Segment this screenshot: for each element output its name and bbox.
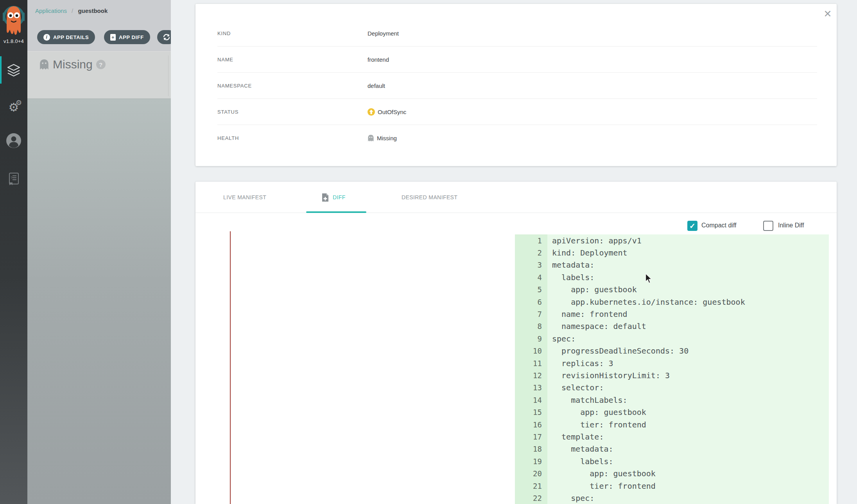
diff-line: 15 app: guestbook	[515, 406, 829, 418]
row-value: frontend	[368, 56, 389, 63]
gear-small-icon: ⚙	[16, 98, 22, 107]
row-label: NAMESPACE	[217, 83, 368, 89]
line-number: 17	[515, 433, 547, 441]
line-content: revisionHistoryLimit: 3	[547, 371, 670, 380]
line-content: app: guestbook	[547, 469, 656, 478]
sync-button[interactable]	[157, 30, 171, 44]
diff-line: 5 app: guestbook	[515, 284, 829, 296]
diff-line: 11 replicas: 3	[515, 357, 829, 369]
line-content: apiVersion: apps/v1	[547, 236, 642, 245]
help-icon[interactable]: ?	[96, 60, 106, 69]
line-content: metadata:	[547, 444, 613, 454]
line-number: 4	[515, 273, 547, 282]
background-page: Applications / guestbook i APP DETAILS +…	[27, 0, 171, 504]
resource-summary-card: ✕ KIND Deployment NAME frontend NAMESPAC…	[195, 4, 837, 166]
line-content: namespace: default	[547, 322, 646, 331]
diff-line: 8 namespace: default	[515, 320, 829, 332]
breadcrumb: Applications / guestbook	[35, 7, 108, 14]
breadcrumb-separator: /	[72, 7, 73, 14]
tab-bar: LIVE MANIFEST DIFF DESIRED MANIFEST	[195, 182, 837, 213]
line-number: 16	[515, 420, 547, 429]
file-diff-icon: +	[110, 34, 116, 41]
diff-line: 20 app: guestbook	[515, 467, 829, 479]
line-number: 18	[515, 445, 547, 453]
breadcrumb-applications[interactable]: Applications	[35, 7, 67, 14]
inline-diff-checkbox[interactable]	[763, 221, 773, 231]
layers-icon	[6, 63, 22, 78]
row-label: KIND	[217, 30, 368, 36]
summary-row-kind: KIND Deployment	[217, 20, 817, 46]
sync-status-text: OutOfSync	[378, 109, 406, 115]
line-number: 7	[515, 310, 547, 318]
row-label: NAME	[217, 57, 368, 63]
summary-table: KIND Deployment NAME frontend NAMESPACE …	[195, 20, 837, 151]
diff-line: 19 labels:	[515, 455, 829, 467]
diff-line: 9spec:	[515, 332, 829, 345]
app-details-button[interactable]: i APP DETAILS	[37, 30, 95, 44]
line-content: name: frontend	[547, 309, 628, 319]
line-number: 14	[515, 396, 547, 404]
line-number: 3	[515, 261, 547, 269]
out-of-sync-icon	[368, 108, 375, 116]
diff-line: 4 labels:	[515, 271, 829, 283]
summary-row-name: NAME frontend	[217, 46, 817, 73]
tab-live-manifest[interactable]: LIVE MANIFEST	[223, 182, 266, 213]
tab-diff[interactable]: DIFF	[321, 182, 346, 213]
diff-line: 17 template:	[515, 431, 829, 443]
line-number: 19	[515, 457, 547, 466]
diff-file-icon	[321, 193, 329, 202]
diff-line: 10 progressDeadlineSeconds: 30	[515, 345, 829, 357]
close-icon[interactable]: ✕	[821, 7, 834, 20]
line-content: labels:	[547, 457, 613, 466]
row-label: HEALTH	[217, 135, 368, 141]
sidebar-item-settings[interactable]: ⚙ ⚙	[0, 98, 27, 116]
sync-icon	[162, 33, 171, 41]
tab-label: LIVE MANIFEST	[223, 194, 266, 200]
manifest-card: LIVE MANIFEST DIFF DESIRED MANIFEST	[195, 182, 837, 504]
diff-added-block: 1apiVersion: apps/v12kind: Deployment3me…	[515, 234, 829, 504]
diff-line: 22 spec:	[515, 492, 829, 504]
breadcrumb-current: guestbook	[78, 7, 108, 14]
line-content: tier: frontend	[547, 420, 646, 429]
line-number: 5	[515, 285, 547, 294]
line-content: tier: frontend	[547, 481, 656, 491]
tab-desired-manifest[interactable]: DESIRED MANIFEST	[402, 182, 457, 213]
diff-line: 7 name: frontend	[515, 308, 829, 320]
health-status-text: Missing	[377, 135, 397, 141]
tab-label: DESIRED MANIFEST	[402, 194, 457, 200]
line-content: app: guestbook	[547, 285, 637, 294]
line-content: app.kubernetes.io/instance: guestbook	[547, 297, 745, 307]
row-value: OutOfSync	[368, 108, 406, 116]
compact-diff-checkbox[interactable]: ✓	[687, 221, 697, 231]
line-number: 13	[515, 383, 547, 392]
line-number: 8	[515, 322, 547, 331]
diff-line: 18 metadata:	[515, 443, 829, 455]
argocd-screen: v1.8.0+4 ⚙ ⚙ ?	[0, 0, 857, 504]
docs-icon: ?	[7, 172, 20, 186]
diff-line: 16 tier: frontend	[515, 418, 829, 431]
line-content: spec:	[547, 334, 576, 343]
line-number: 6	[515, 298, 547, 306]
summary-row-status: STATUS OutOfSync	[217, 99, 817, 125]
sidebar-item-applications[interactable]	[0, 62, 27, 79]
slide-panel-backdrop: ✕ KIND Deployment NAME frontend NAMESPAC…	[171, 0, 857, 504]
sidebar-item-docs[interactable]: ?	[0, 171, 27, 187]
app-details-label: APP DETAILS	[53, 34, 89, 40]
row-label: STATUS	[217, 109, 368, 115]
compact-diff-label: Compact diff	[701, 222, 737, 229]
line-number: 15	[515, 408, 547, 416]
line-content: labels:	[547, 273, 594, 282]
app-diff-button[interactable]: + APP DIFF	[104, 30, 150, 44]
line-content: app: guestbook	[547, 407, 646, 417]
inline-diff-label: Inline Diff	[778, 222, 804, 229]
diff-line: 12 revisionHistoryLimit: 3	[515, 369, 829, 381]
diff-removed-marker	[230, 231, 231, 504]
diff-line: 2kind: Deployment	[515, 247, 829, 259]
line-number: 11	[515, 359, 547, 368]
sidebar-item-user[interactable]	[0, 133, 27, 148]
diff-line: 1apiVersion: apps/v1	[515, 234, 829, 247]
line-content: metadata:	[547, 260, 594, 270]
diff-line: 14 matchLabels:	[515, 394, 829, 406]
line-content: progressDeadlineSeconds: 30	[547, 346, 688, 356]
user-icon	[6, 133, 22, 148]
